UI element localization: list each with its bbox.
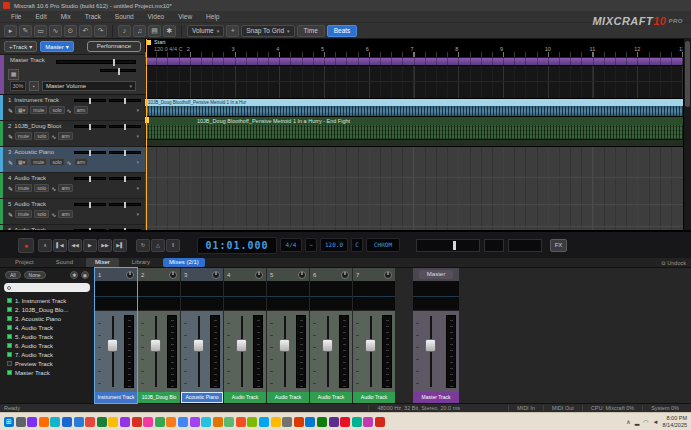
arm-button[interactable]: arm bbox=[58, 184, 73, 192]
collapsed-lane[interactable] bbox=[145, 140, 683, 147]
add-track-button[interactable]: +Track▾ bbox=[4, 41, 37, 52]
arm-button[interactable]: arm bbox=[74, 106, 89, 114]
mute-button[interactable]: mute bbox=[15, 132, 32, 140]
mixer-channel-strip[interactable]: 5 Audio Track bbox=[267, 268, 309, 403]
arm-button[interactable]: arm bbox=[58, 210, 73, 218]
audio-clip-title[interactable]: 10JB_Doug Bloothoff_Pensive Metroid 1 In… bbox=[145, 99, 683, 106]
fader-handle[interactable] bbox=[425, 339, 436, 352]
taskbar-app-icon[interactable] bbox=[317, 417, 327, 427]
loop-record-icon[interactable]: ⊙ bbox=[64, 25, 77, 37]
track-checkbox[interactable] bbox=[7, 325, 12, 330]
add-sound-icon[interactable]: ♪ bbox=[118, 25, 131, 37]
menu-item[interactable]: View bbox=[171, 13, 199, 20]
performance-button[interactable]: Performance bbox=[87, 41, 141, 52]
menu-item[interactable]: Edit bbox=[28, 13, 53, 20]
solo-button[interactable]: solo bbox=[34, 210, 49, 218]
fx-insert-slots[interactable] bbox=[138, 281, 180, 311]
pan-knob[interactable] bbox=[384, 271, 392, 279]
erase-tool-icon[interactable]: ▭ bbox=[34, 25, 47, 37]
tempo-display[interactable]: 120.0 bbox=[320, 238, 348, 252]
panel-tab[interactable]: Mixer bbox=[86, 258, 119, 267]
scale-display[interactable]: CHROM bbox=[366, 238, 400, 252]
pointer-tool-icon[interactable]: ▸ bbox=[4, 25, 17, 37]
grid-icon[interactable]: ▤ bbox=[148, 25, 161, 37]
fx-insert-slots[interactable] bbox=[267, 281, 309, 311]
track-pan-slider[interactable] bbox=[109, 203, 141, 206]
mixer-track-checkbox-row[interactable]: Preview Track bbox=[0, 359, 94, 368]
taskbar-app-icon[interactable] bbox=[340, 417, 350, 427]
track-volume-slider[interactable] bbox=[74, 151, 106, 154]
split-tool-icon[interactable]: ∿ bbox=[49, 25, 62, 37]
taskbar-app-icon[interactable] bbox=[16, 417, 26, 427]
taskbar-app-icon[interactable] bbox=[108, 417, 118, 427]
instrument-select[interactable]: ▦▾ bbox=[15, 158, 28, 166]
mixer-monitor-icon[interactable]: ◉ bbox=[81, 271, 89, 279]
pan-knob[interactable] bbox=[298, 271, 306, 279]
select-all-button[interactable]: All bbox=[5, 271, 21, 279]
solo-button[interactable]: solo bbox=[34, 132, 49, 140]
metronome-button[interactable]: △ bbox=[151, 239, 165, 252]
fx-insert-slots[interactable] bbox=[353, 281, 395, 311]
fx-icon[interactable]: ∿ bbox=[67, 107, 72, 114]
scrollbar-thumb[interactable] bbox=[685, 41, 690, 107]
taskbar-app-icon[interactable] bbox=[363, 417, 373, 427]
track-volume-slider[interactable] bbox=[74, 177, 106, 180]
track-checkbox[interactable] bbox=[7, 316, 12, 321]
pan-knob[interactable] bbox=[212, 271, 220, 279]
instrument-select[interactable]: ▦▾ bbox=[15, 106, 28, 114]
undo-icon[interactable]: ↶ bbox=[79, 25, 92, 37]
chevron-down-icon[interactable]: ▾ bbox=[136, 211, 139, 217]
track-header-row[interactable]: 5 Audio Track ✎ ▦▾ mute solo ∿ arm ▾ bbox=[0, 199, 145, 225]
count-in-button[interactable]: ‖ bbox=[166, 239, 180, 252]
mixer-channel-strip[interactable]: 6 Audio Track bbox=[310, 268, 352, 403]
search-input[interactable] bbox=[13, 284, 87, 292]
fx-insert-slots[interactable] bbox=[181, 281, 223, 311]
notes-icon[interactable]: ♫ bbox=[133, 25, 146, 37]
solo-button[interactable]: solo bbox=[49, 158, 64, 166]
arrange-timeline[interactable]: Start 120.0 4/4 C 2 3 4 5 6 7 8 9 10 11 bbox=[145, 39, 683, 230]
mixer-track-checkbox-row[interactable]: 5. Audio Track bbox=[0, 332, 94, 341]
taskbar-app-icon[interactable] bbox=[213, 417, 223, 427]
chevron-down-icon[interactable]: ▾ bbox=[136, 133, 139, 139]
track-header-row[interactable]: 1 Instrument Track ✎ ▦▾ mute solo ∿ arm … bbox=[0, 95, 145, 121]
fader-handle[interactable] bbox=[193, 339, 204, 352]
master-track-lane[interactable] bbox=[145, 58, 683, 66]
green-clip-waveform[interactable] bbox=[145, 125, 683, 139]
mixer-channel-strip[interactable]: 4 Audio Track bbox=[224, 268, 266, 403]
fx-icon[interactable]: ∿ bbox=[51, 133, 56, 140]
fast-forward-button[interactable]: ▶▶ bbox=[98, 239, 112, 252]
snap-mode-select[interactable]: Snap To Grid ▾ bbox=[241, 25, 294, 37]
taskbar-app-icon[interactable] bbox=[259, 417, 269, 427]
chevron-down-icon[interactable]: ▾ bbox=[136, 159, 139, 165]
panel-tab[interactable]: Project bbox=[6, 258, 43, 267]
playback-volume-slider[interactable] bbox=[416, 239, 480, 252]
time-signature-display[interactable]: 4/4 bbox=[280, 238, 302, 252]
go-to-end-button[interactable]: ▶▌ bbox=[113, 239, 127, 252]
track-checkbox[interactable] bbox=[7, 370, 12, 375]
undock-button[interactable]: ⧉Undock bbox=[661, 258, 686, 268]
time-mode-button[interactable]: Time bbox=[297, 25, 325, 37]
track-checkbox[interactable] bbox=[7, 352, 12, 357]
menu-item[interactable]: Sound bbox=[108, 13, 141, 20]
mixer-track-checkbox-row[interactable]: 7. Audio Track bbox=[0, 350, 94, 359]
key-display[interactable]: C bbox=[351, 238, 363, 252]
taskbar-clock[interactable]: 8:00 PM 8/14/2025 bbox=[663, 415, 687, 428]
fader-handle[interactable] bbox=[107, 339, 118, 352]
menu-item[interactable]: Help bbox=[199, 13, 226, 20]
add-automation-button[interactable]: + bbox=[226, 25, 239, 37]
fader-handle[interactable] bbox=[236, 339, 247, 352]
track-header-row[interactable]: 3 Acoustic Piano ✎ ▦▾ mute solo ∿ arm ▾ bbox=[0, 147, 145, 173]
taskbar-app-icon[interactable] bbox=[74, 417, 84, 427]
fx-insert-slots[interactable] bbox=[95, 281, 137, 311]
taskbar-app-icon[interactable] bbox=[39, 417, 49, 427]
play-button[interactable]: ▶ bbox=[83, 239, 97, 252]
taskbar-app-icon[interactable]: ⊞ bbox=[4, 417, 14, 427]
track-checkbox[interactable] bbox=[7, 361, 12, 366]
master-keyboard-icon[interactable]: ▦ bbox=[8, 69, 19, 80]
taskbar-app-icon[interactable] bbox=[132, 417, 142, 427]
chevron-down-icon[interactable]: ▾ bbox=[136, 107, 139, 113]
taskbar-app-icon[interactable] bbox=[271, 417, 281, 427]
audio-clip-green[interactable]: 10JB_Doug Bloothoff_Pensive Metroid 1 In… bbox=[145, 117, 683, 140]
settings-gear-icon[interactable]: ✱ bbox=[163, 25, 176, 37]
taskbar-app-icon[interactable] bbox=[224, 417, 234, 427]
